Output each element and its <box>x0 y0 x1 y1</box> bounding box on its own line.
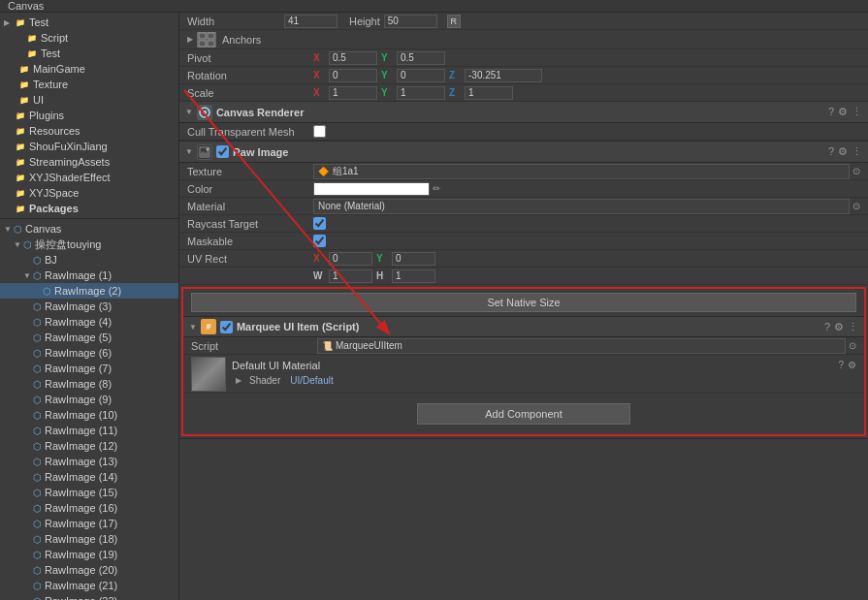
top-bar-title: Canvas <box>8 0 44 12</box>
r-button[interactable]: R <box>447 15 461 28</box>
hierarchy-rawimage4[interactable]: ⬡ RawImage (4) <box>0 314 178 330</box>
raycast-row: Raycast Target <box>179 215 868 233</box>
marquee-header[interactable]: ▼ # Marquee UI Item (Script) ? ⚙ ⋮ <box>183 316 864 337</box>
rotation-z-input[interactable] <box>465 69 542 82</box>
marquee-settings-icon[interactable]: ⚙ <box>834 321 844 333</box>
tree-item[interactable]: 📁 XYJSpace <box>0 185 178 201</box>
anchors-row[interactable]: ▶ Anchors <box>179 30 868 49</box>
tree-item-packages[interactable]: 📁 Packages <box>0 201 178 216</box>
color-label: Color <box>187 183 313 195</box>
color-pick-icon[interactable]: ✏ <box>433 183 440 194</box>
height-input[interactable] <box>384 15 437 28</box>
rawimage-help-icon[interactable]: ? <box>828 145 834 158</box>
hierarchy-rawimage15[interactable]: ⬡ RawImage (15) <box>0 485 178 500</box>
material-value: None (Material) <box>313 199 850 214</box>
rotation-label: Rotation <box>187 70 313 81</box>
svg-rect-4 <box>199 41 206 47</box>
top-bar: Canvas <box>0 0 868 13</box>
hierarchy-rawimage10[interactable]: ⬡ RawImage (10) <box>0 407 178 423</box>
marquee-enabled-checkbox[interactable] <box>220 321 233 333</box>
texture-row: Texture 🔶 组1a1 ⊙ <box>179 163 868 180</box>
add-component-button[interactable]: Add Component <box>417 403 630 425</box>
tree-item[interactable]: 📁 Resources <box>0 123 178 139</box>
tree-item[interactable]: 📁 UI <box>0 92 178 108</box>
cull-transparent-checkbox[interactable] <box>313 125 326 138</box>
pivot-x-input[interactable] <box>329 51 377 65</box>
hierarchy-rawimage13[interactable]: ⬡ RawImage (13) <box>0 454 178 469</box>
hierarchy-rawimage16[interactable]: ⬡ RawImage (16) <box>0 500 178 516</box>
rotation-x-input[interactable] <box>329 69 377 82</box>
hierarchy-rawimage3[interactable]: ⬡ RawImage (3) <box>0 299 178 314</box>
uvrect-h-input[interactable] <box>392 269 435 283</box>
hierarchy-rawimage18[interactable]: ⬡ RawImage (18) <box>0 531 178 547</box>
tree-item[interactable]: 📁 MainGame <box>0 61 178 77</box>
rotation-y-input[interactable] <box>397 69 445 82</box>
scale-y-input[interactable] <box>397 86 445 100</box>
hierarchy-rawimage22[interactable]: ⬡ RawImage (22) <box>0 593 178 600</box>
hierarchy-rawimage6[interactable]: ⬡ RawImage (6) <box>0 345 178 361</box>
tree-item[interactable]: ▶ 📁 Test <box>0 15 178 30</box>
hierarchy-rawimage5[interactable]: ⬡ RawImage (5) <box>0 330 178 345</box>
hierarchy-rawimage21[interactable]: ⬡ RawImage (21) <box>0 578 178 593</box>
color-row: Color ✏ <box>179 180 868 198</box>
tree-item[interactable]: 📁 Test <box>0 46 178 61</box>
rawimage-enabled-checkbox[interactable] <box>216 145 229 158</box>
hierarchy-rawimage12[interactable]: ⬡ RawImage (12) <box>0 438 178 454</box>
uvrect-y-input[interactable] <box>392 252 435 266</box>
pivot-row: Pivot X Y <box>179 49 868 67</box>
hierarchy-rawimage9[interactable]: ⬡ RawImage (9) <box>0 392 178 407</box>
tree-item[interactable]: 📁 XYJShaderEffect <box>0 170 178 185</box>
hierarchy-rawimage20[interactable]: ⬡ RawImage (20) <box>0 562 178 578</box>
set-native-size-button[interactable]: Set Native Size <box>191 293 856 312</box>
rawimage-settings-icon[interactable]: ⚙ <box>838 145 848 158</box>
hierarchy-rawimage14[interactable]: ⬡ RawImage (14) <box>0 469 178 485</box>
hierarchy-rawimage11[interactable]: ⬡ RawImage (11) <box>0 423 178 438</box>
hierarchy-rawimage1[interactable]: ▼ ⬡ RawImage (1) <box>0 268 178 283</box>
collapse-arrow-canvas: ▼ <box>185 108 193 116</box>
hierarchy-rawimage2[interactable]: ⬡ RawImage (2) <box>0 283 178 299</box>
uvrect-x-input[interactable] <box>329 252 372 266</box>
hierarchy-canvas[interactable]: ▼ ⬡ Canvas <box>0 221 178 237</box>
canvas-renderer-settings-icon[interactable]: ⚙ <box>838 106 848 118</box>
collapse-arrow-marquee: ▼ <box>189 323 197 332</box>
svg-rect-2 <box>199 33 206 39</box>
marquee-help-icon[interactable]: ? <box>824 321 830 333</box>
texture-pick-icon[interactable]: ⊙ <box>852 166 860 176</box>
rawimage-menu-icon[interactable]: ⋮ <box>852 145 862 158</box>
hierarchy-rawimage8[interactable]: ⬡ RawImage (8) <box>0 376 178 392</box>
rotation-row: Rotation X Y Z <box>179 67 868 84</box>
uvrect-w-input[interactable] <box>329 269 372 283</box>
material-help-icon[interactable]: ? <box>838 360 844 370</box>
script-pick-icon[interactable]: ⊙ <box>849 340 856 351</box>
ui-material-row: Default UI Material ? ⚙ ▶ Shader UI/Defa… <box>183 355 864 394</box>
tree-item[interactable]: 📁 Plugins <box>0 108 178 123</box>
marquee-menu-icon[interactable]: ⋮ <box>848 321 858 333</box>
raycast-label: Raycast Target <box>187 218 313 230</box>
marquee-hash-icon: # <box>201 319 216 334</box>
width-input[interactable] <box>284 15 338 28</box>
hierarchy-rawimage19[interactable]: ⬡ RawImage (19) <box>0 547 178 562</box>
raw-image-header[interactable]: ▼ Raw Image ? ⚙ ⋮ <box>179 142 868 163</box>
material-gear-icon[interactable]: ⚙ <box>848 360 856 370</box>
width-label: Width <box>187 16 284 27</box>
canvas-renderer-header[interactable]: ▼ Canvas Renderer ? ⚙ ⋮ <box>179 102 868 123</box>
tree-item[interactable]: 📁 Texture <box>0 77 178 92</box>
color-field[interactable] <box>313 182 430 196</box>
maskable-checkbox[interactable] <box>313 235 326 247</box>
scale-x-input[interactable] <box>329 86 377 100</box>
canvas-renderer-menu-icon[interactable]: ⋮ <box>852 106 862 118</box>
hierarchy-rawimage7[interactable]: ⬡ RawImage (7) <box>0 361 178 376</box>
tree-item[interactable]: 📁 ShouFuXinJiang <box>0 139 178 154</box>
raycast-checkbox[interactable] <box>313 217 326 230</box>
material-pick-icon[interactable]: ⊙ <box>852 201 860 211</box>
tree-item[interactable]: 📁 StreamingAssets <box>0 154 178 170</box>
hierarchy-control[interactable]: ▼ ⬡ 操控盘touying <box>0 237 178 252</box>
tree-item[interactable]: 📁 Script <box>0 30 178 46</box>
scale-z-input[interactable] <box>465 86 513 100</box>
canvas-renderer-help-icon[interactable]: ? <box>828 106 834 118</box>
hierarchy-rawimage17[interactable]: ⬡ RawImage (17) <box>0 516 178 531</box>
hierarchy-bj[interactable]: ⬡ BJ <box>0 252 178 268</box>
anchors-label: Anchors <box>222 34 261 46</box>
pivot-y-input[interactable] <box>397 51 445 65</box>
shader-value[interactable]: UI/Default <box>290 375 333 386</box>
